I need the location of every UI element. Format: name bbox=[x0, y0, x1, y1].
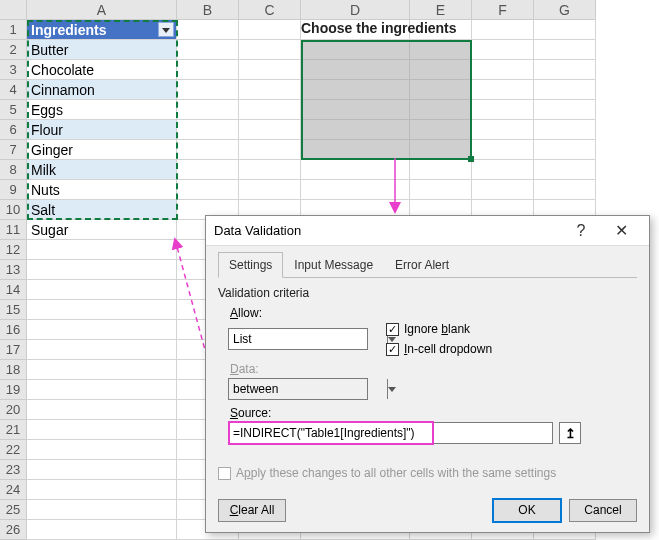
cell[interactable]: Eggs bbox=[27, 100, 177, 120]
row-header[interactable]: 25 bbox=[0, 500, 27, 520]
cell[interactable] bbox=[239, 20, 301, 40]
source-input-wrap[interactable] bbox=[228, 422, 553, 444]
cell[interactable] bbox=[27, 480, 177, 500]
tab-error-alert[interactable]: Error Alert bbox=[384, 252, 460, 278]
tab-settings[interactable]: Settings bbox=[218, 252, 283, 278]
row-header[interactable]: 13 bbox=[0, 260, 27, 280]
dialog-titlebar[interactable]: Data Validation ? ✕ bbox=[206, 216, 649, 246]
range-selector-button[interactable]: ↥ bbox=[559, 422, 581, 444]
cell[interactable] bbox=[239, 80, 301, 100]
cell[interactable] bbox=[472, 180, 534, 200]
col-header[interactable]: D bbox=[301, 0, 410, 20]
cell[interactable] bbox=[177, 140, 239, 160]
cancel-button[interactable]: Cancel bbox=[569, 499, 637, 522]
row-header[interactable]: 10 bbox=[0, 200, 27, 220]
source-input[interactable] bbox=[229, 423, 552, 443]
cell[interactable] bbox=[27, 520, 177, 540]
row-header[interactable]: 17 bbox=[0, 340, 27, 360]
cell[interactable] bbox=[239, 100, 301, 120]
cell[interactable] bbox=[472, 80, 534, 100]
cell[interactable] bbox=[27, 320, 177, 340]
allow-value[interactable] bbox=[229, 329, 387, 349]
cell[interactable] bbox=[472, 40, 534, 60]
cell[interactable] bbox=[534, 80, 596, 100]
cell[interactable] bbox=[472, 120, 534, 140]
cell[interactable]: Ginger bbox=[27, 140, 177, 160]
col-header[interactable]: B bbox=[177, 0, 239, 20]
selected-range[interactable] bbox=[301, 40, 472, 160]
cell[interactable] bbox=[177, 60, 239, 80]
row-header[interactable]: 6 bbox=[0, 120, 27, 140]
cell[interactable] bbox=[177, 120, 239, 140]
row-header[interactable]: 11 bbox=[0, 220, 27, 240]
row-header[interactable]: 18 bbox=[0, 360, 27, 380]
row-header[interactable]: 2 bbox=[0, 40, 27, 60]
cell[interactable]: Butter bbox=[27, 40, 177, 60]
cell[interactable]: Cinnamon bbox=[27, 80, 177, 100]
cell[interactable] bbox=[239, 60, 301, 80]
cell[interactable]: Ingredients bbox=[27, 20, 177, 40]
col-header[interactable]: E bbox=[410, 0, 472, 20]
row-header[interactable]: 22 bbox=[0, 440, 27, 460]
cell[interactable] bbox=[177, 40, 239, 60]
cell[interactable] bbox=[27, 500, 177, 520]
col-header[interactable]: A bbox=[27, 0, 177, 20]
help-button[interactable]: ? bbox=[561, 216, 601, 246]
cell[interactable] bbox=[27, 300, 177, 320]
cell[interactable] bbox=[27, 460, 177, 480]
close-button[interactable]: ✕ bbox=[601, 216, 641, 246]
clear-all-button[interactable]: Clear All bbox=[218, 499, 286, 522]
cell[interactable] bbox=[239, 120, 301, 140]
cell[interactable]: Milk bbox=[27, 160, 177, 180]
ignore-blank-checkbox[interactable]: ✓Ignore blank bbox=[386, 322, 492, 336]
cell[interactable] bbox=[239, 140, 301, 160]
cell[interactable]: Chocolate bbox=[27, 60, 177, 80]
cell[interactable] bbox=[410, 180, 472, 200]
row-header[interactable]: 5 bbox=[0, 100, 27, 120]
col-header[interactable]: G bbox=[534, 0, 596, 20]
row-header[interactable]: 1 bbox=[0, 20, 27, 40]
cell[interactable] bbox=[472, 60, 534, 80]
cell[interactable] bbox=[177, 180, 239, 200]
cell[interactable] bbox=[534, 160, 596, 180]
cell[interactable] bbox=[239, 180, 301, 200]
col-header[interactable]: C bbox=[239, 0, 301, 20]
cell[interactable] bbox=[534, 100, 596, 120]
row-header[interactable]: 12 bbox=[0, 240, 27, 260]
cell[interactable] bbox=[472, 100, 534, 120]
fill-handle[interactable] bbox=[468, 156, 474, 162]
cell[interactable] bbox=[534, 60, 596, 80]
row-header[interactable]: 26 bbox=[0, 520, 27, 540]
row-header[interactable]: 7 bbox=[0, 140, 27, 160]
row-header[interactable]: 8 bbox=[0, 160, 27, 180]
cell[interactable] bbox=[177, 160, 239, 180]
cell[interactable] bbox=[177, 100, 239, 120]
cell[interactable] bbox=[27, 280, 177, 300]
cell[interactable] bbox=[177, 20, 239, 40]
col-header[interactable]: F bbox=[472, 0, 534, 20]
cell[interactable] bbox=[534, 120, 596, 140]
cell[interactable] bbox=[27, 360, 177, 380]
cell[interactable] bbox=[27, 420, 177, 440]
cell[interactable] bbox=[472, 140, 534, 160]
cell[interactable] bbox=[27, 440, 177, 460]
cell[interactable] bbox=[239, 160, 301, 180]
allow-combo[interactable] bbox=[228, 328, 368, 350]
cell[interactable]: Flour bbox=[27, 120, 177, 140]
cell[interactable] bbox=[534, 180, 596, 200]
row-header[interactable]: 9 bbox=[0, 180, 27, 200]
row-header[interactable]: 21 bbox=[0, 420, 27, 440]
cell[interactable] bbox=[27, 260, 177, 280]
filter-button[interactable] bbox=[158, 22, 174, 37]
cell[interactable] bbox=[534, 40, 596, 60]
cell[interactable] bbox=[27, 400, 177, 420]
cell[interactable] bbox=[239, 40, 301, 60]
ok-button[interactable]: OK bbox=[493, 499, 561, 522]
row-header[interactable]: 20 bbox=[0, 400, 27, 420]
row-header[interactable]: 16 bbox=[0, 320, 27, 340]
cell[interactable]: Sugar bbox=[27, 220, 177, 240]
row-header[interactable]: 19 bbox=[0, 380, 27, 400]
cell[interactable] bbox=[410, 160, 472, 180]
cell[interactable] bbox=[472, 20, 534, 40]
cell[interactable]: Salt bbox=[27, 200, 177, 220]
